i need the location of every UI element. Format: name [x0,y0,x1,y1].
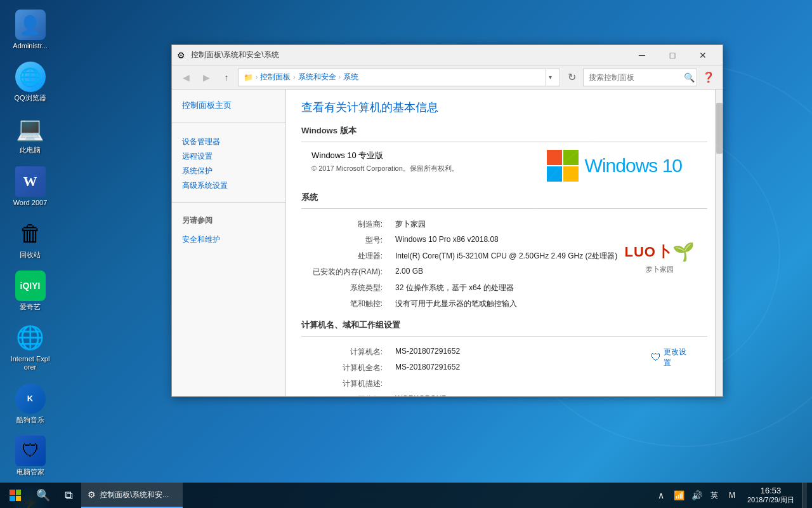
systray-network[interactable]: 📶 [671,483,686,508]
desktop-icon-word[interactable]: W Word 2007 [6,163,54,210]
icon-label-admin: Administr... [13,42,47,50]
clock-time: 16:53 [761,486,782,495]
sidebar-link-remote[interactable]: 远程设置 [182,149,275,164]
windows-version-info: Windows 10 专业版 © 2017 Microsoft Corporat… [301,150,459,173]
flag-cell-green [563,150,579,165]
address-part-control-panel[interactable]: 控制面板 [260,72,291,83]
desktop-icon-qq-browser[interactable]: 🌐 QQ浏览器 [6,58,54,105]
system-type-value: 32 位操作系统，基于 x64 的处理器 [390,280,625,296]
also-see-section: 安全和维护 [172,229,285,251]
desktop-icon-iqiyi[interactable]: iQIYI 爱奇艺 [6,267,54,314]
icon-label-recycle: 回收站 [20,251,41,259]
address-bar[interactable]: 📁 › 控制面板 › 系统和安全 › 系统 ▾ [238,69,560,86]
address-part-security[interactable]: 系统和安全 [298,72,336,83]
workgroup-value: WORKGROUP [390,392,651,396]
desktop-icon-shield[interactable]: 🛡 电脑管家 [6,432,54,479]
desktop-icon-ie[interactable]: 🌐 Internet Explorer [6,319,54,375]
search-icon[interactable]: 🔍 [684,72,695,83]
system-type-row: 系统类型: 32 位操作系统，基于 x64 的处理器 [301,280,625,296]
desktop-icons-area: Administr... 🌐 QQ浏览器 💻 此电脑 W Word 2007 [6,6,54,508]
chevron-icon: ∧ [658,490,664,500]
window-content: 控制面板主页 设备管理器 远程设置 系统保护 高级系统设置 另请参阅 安全和维护… [172,90,723,396]
search-icon: 🔍 [36,488,50,502]
sidebar-link-system-protection[interactable]: 系统保护 [182,164,275,178]
desktop-icon-recycle[interactable]: 🗑 回收站 [6,215,54,262]
up-button[interactable]: ↑ [218,69,235,86]
computer-name-row: 计算机名: MS-201807291652 [301,344,651,360]
windows-edition: Windows 10 专业版 [301,150,459,161]
show-desktop-button[interactable] [802,483,807,508]
luobo-logo: LUO 卜 🌱 [625,241,695,262]
computer-desc-row: 计算机描述: [301,376,651,392]
taskbar: 🔍 ⧉ ⚙ 控制面板\系统和安... ∧ 📶 🔊 英 M [0,483,812,508]
system-type-label: 系统类型: [301,280,390,296]
address-bar-icon: 📁 [244,73,253,82]
scrollbar-vertical[interactable] [715,90,723,396]
icon-label-qq-browser: QQ浏览器 [14,94,46,102]
systray-chevron[interactable]: ∧ [653,483,669,508]
minimize-button[interactable]: ─ [627,46,657,65]
clock-area[interactable]: 16:53 2018/7/29/周日 [742,486,799,505]
copyright-text: © 2017 Microsoft Corporation。保留所有权利。 [301,164,459,173]
systray-ime[interactable]: M [724,483,740,508]
change-settings-link[interactable]: 🛡 更改设置 [651,347,688,368]
computer-info-row: 计算机名: MS-201807291652 计算机全名: MS-20180729… [301,344,707,396]
clock-date: 2018/7/29/周日 [747,495,794,505]
search-bar: 🔍 [583,69,697,86]
taskbar-right-area: ∧ 📶 🔊 英 M 16:53 2018/7/29/周日 [653,483,812,508]
also-see-title: 另请参阅 [172,210,285,229]
volume-icon: 🔊 [691,490,702,500]
computer-fullname-value: MS-201807291652 [390,360,651,376]
desktop-icon-admin[interactable]: Administr... [6,6,54,53]
icon-label-computer: 此电脑 [20,146,41,154]
taskbar-search-button[interactable]: 🔍 [30,483,56,508]
close-button[interactable]: ✕ [688,46,717,65]
icon-label-ie: Internet Explorer [10,355,51,371]
systray-volume[interactable]: 🔊 [689,483,704,508]
section-computer-title: 计算机名、域和工作组设置 [301,319,707,331]
workgroup-label: 工作组: [301,392,390,396]
desktop-icon-computer[interactable]: 💻 此电脑 [6,110,54,157]
maximize-button[interactable]: □ [658,46,687,65]
back-button[interactable]: ◀ [177,69,195,86]
systray-language[interactable]: 英 [707,483,722,508]
workgroup-row: 工作组: WORKGROUP [301,392,651,396]
help-button[interactable]: ❓ [700,69,717,86]
start-icon [10,490,21,501]
search-input[interactable] [589,73,684,82]
network-icon: 📶 [674,490,684,500]
window-titlebar: ⚙ 控制面板\系统和安全\系统 ─ □ ✕ [172,45,723,65]
system-info-row: 制造商: 萝卜家园 型号: Windows 10 Pro x86 v2018.0… [301,217,707,312]
icon-label-word: Word 2007 [13,199,48,207]
ram-label: 已安装的内存(RAM): [301,264,390,280]
section-windows-title: Windows 版本 [301,125,707,137]
address-dropdown-btn[interactable]: ▾ [546,69,554,86]
computer-fullname-label: 计算机全名: [301,360,390,376]
scrollbar-thumb[interactable] [716,103,723,154]
start-button[interactable] [0,483,30,508]
sidebar-link-advanced[interactable]: 高级系统设置 [182,178,275,193]
flag-cell-yellow [563,166,579,182]
model-value: Windows 10 Pro x86 v2018.08 [390,232,625,248]
forward-button[interactable]: ▶ [197,69,215,86]
sidebar-link-device-manager[interactable]: 设备管理器 [182,135,275,149]
computer-name-label: 计算机名: [301,344,390,360]
pen-label: 笔和触控: [301,296,390,312]
desktop-icon-kugo[interactable]: K 酷狗音乐 [6,380,54,427]
pen-row: 笔和触控: 没有可用于此显示器的笔或触控输入 [301,296,625,312]
taskbar-task-view-button[interactable]: ⧉ [56,483,81,508]
address-part-system[interactable]: 系统 [343,72,358,83]
sidebar: 控制面板主页 设备管理器 远程设置 系统保护 高级系统设置 另请参阅 安全和维护 [172,90,286,396]
taskbar-window-item[interactable]: ⚙ 控制面板\系统和安... [81,483,183,508]
change-settings-area: 🛡 更改设置 [651,344,688,396]
sidebar-main-link[interactable]: 控制面板主页 [172,97,285,117]
refresh-button[interactable]: ↻ [563,69,580,86]
pen-value: 没有可用于此显示器的笔或触控输入 [390,296,625,312]
sidebar-nav-section: 设备管理器 远程设置 系统保护 高级系统设置 [172,131,285,197]
processor-row: 处理器: Intel(R) Core(TM) i5-3210M CPU @ 2.… [301,248,625,264]
page-title: 查看有关计算机的基本信息 [301,100,707,115]
window-controls: ─ □ ✕ [627,46,717,65]
window-title: 控制面板\系统和安全\系统 [191,50,627,60]
computer-desc-label: 计算机描述: [301,376,390,392]
sidebar-link-security[interactable]: 安全和维护 [182,232,275,247]
